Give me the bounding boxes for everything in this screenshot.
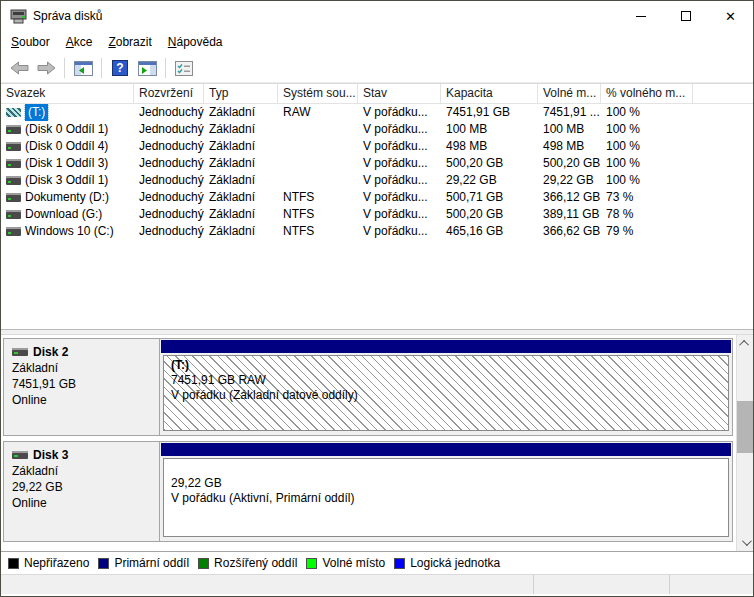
menu-soubor[interactable]: Soubor bbox=[3, 32, 58, 53]
legend-item-primarni-oddil: Primární oddíl bbox=[98, 556, 189, 570]
column-header-typ[interactable]: Typ bbox=[204, 84, 278, 103]
forward-arrow-icon bbox=[37, 61, 56, 75]
volume-label: Download (G:) bbox=[25, 206, 102, 223]
show-console-tree-button[interactable] bbox=[71, 56, 95, 80]
volume-icon bbox=[6, 142, 21, 151]
toolbar-separator bbox=[101, 58, 102, 78]
table-row-disk0-oddil4[interactable]: (Disk 0 Oddíl 4) Jednoduchý Základní V p… bbox=[1, 138, 753, 155]
table-row-volume-t[interactable]: (T:) Jednoduchý Základní RAW V pořádku..… bbox=[1, 104, 753, 121]
disk-size: 29,22 GB bbox=[12, 479, 151, 495]
disk-3-partition-area: 29,22 GB V pořádku (Aktivní, Primární od… bbox=[160, 442, 732, 541]
volume-icon bbox=[6, 108, 21, 117]
toolbar-separator bbox=[64, 58, 65, 78]
volume-icon bbox=[6, 176, 21, 185]
partition-disk3[interactable]: 29,22 GB V pořádku (Aktivní, Primární od… bbox=[163, 458, 729, 537]
forward-button[interactable] bbox=[34, 56, 58, 80]
maximize-button[interactable] bbox=[663, 1, 708, 31]
table-row-disk3-oddil1[interactable]: (Disk 3 Oddíl 1) Jednoduchý Základní V p… bbox=[1, 172, 753, 189]
disk-3-info-panel[interactable]: Disk 3 Základní 29,22 GB Online bbox=[4, 442, 160, 541]
disk-kind: Základní bbox=[12, 463, 151, 479]
legend-item-logicka-jednotka: Logická jednotka bbox=[394, 556, 500, 570]
disk-2-info-panel[interactable]: Disk 2 Základní 7451,91 GB Online bbox=[4, 339, 160, 435]
chevron-up-icon bbox=[739, 340, 749, 350]
volume-label: (Disk 0 Oddíl 1) bbox=[25, 121, 108, 138]
partition-legend: Nepřiřazeno Primární oddíl Rozšířený odd… bbox=[1, 551, 753, 574]
menu-napoveda[interactable]: Nápověda bbox=[160, 32, 231, 53]
legend-swatch-0 bbox=[8, 558, 19, 569]
disk-graphical-view: Disk 2 Základní 7451,91 GB Online (T:) 7… bbox=[1, 335, 753, 551]
menu-zobrazit[interactable]: Zobrazit bbox=[100, 32, 159, 53]
table-row-disk0-oddil1[interactable]: (Disk 0 Oddíl 1) Jednoduchý Základní V p… bbox=[1, 121, 753, 138]
partition-label: (T:) bbox=[171, 358, 728, 373]
close-button[interactable]: ✕ bbox=[708, 1, 753, 31]
back-button[interactable] bbox=[7, 56, 31, 80]
status-bar bbox=[1, 574, 753, 594]
column-header-system-souboru[interactable]: Systém sou... bbox=[278, 84, 358, 103]
volume-label: (Disk 1 Oddíl 3) bbox=[25, 155, 108, 172]
column-header-blank bbox=[693, 84, 753, 103]
volume-label: (Disk 3 Oddíl 1) bbox=[25, 172, 108, 189]
column-header-rozvrzeni[interactable]: Rozvržení bbox=[134, 84, 204, 103]
column-header-procento-volneho[interactable]: % volného m... bbox=[601, 84, 693, 103]
volume-label: Windows 10 (C:) bbox=[25, 223, 114, 240]
status-pane-main bbox=[1, 575, 534, 594]
table-row-disk1-oddil3[interactable]: (Disk 1 Oddíl 3) Jednoduchý Základní V p… bbox=[1, 155, 753, 172]
menu-bar: Soubor Akce Zobrazit Nápověda bbox=[1, 31, 753, 54]
disk-icon bbox=[12, 451, 28, 459]
volume-icon bbox=[6, 159, 21, 168]
disk-2-partition-area: (T:) 7451,91 GB RAW V pořádku (Základní … bbox=[160, 339, 732, 435]
volume-label: (Disk 0 Oddíl 4) bbox=[25, 138, 108, 155]
disk-3-row[interactable]: Disk 3 Základní 29,22 GB Online 29,22 GB… bbox=[3, 441, 733, 542]
legend-item-volne-misto: Volné místo bbox=[306, 556, 385, 570]
primary-partition-strip bbox=[161, 340, 731, 353]
menu-akce[interactable]: Akce bbox=[58, 32, 101, 53]
partition-t[interactable]: (T:) 7451,91 GB RAW V pořádku (Základní … bbox=[163, 355, 729, 431]
minimize-button[interactable] bbox=[618, 1, 663, 31]
volume-list-header: Svazek Rozvržení Typ Systém sou... Stav … bbox=[1, 84, 753, 104]
disk-name: Disk 3 bbox=[33, 447, 68, 463]
customize-view-icon bbox=[175, 61, 193, 76]
legend-swatch-1 bbox=[98, 558, 109, 569]
disk-status: Online bbox=[12, 495, 151, 511]
disk-2-row[interactable]: Disk 2 Základní 7451,91 GB Online (T:) 7… bbox=[3, 338, 733, 436]
table-row-dokumenty-d[interactable]: Dokumenty (D:) Jednoduchý Základní NTFS … bbox=[1, 189, 753, 206]
legend-swatch-4 bbox=[394, 558, 405, 569]
table-row-windows10-c[interactable]: Windows 10 (C:) Jednoduchý Základní NTFS… bbox=[1, 223, 753, 240]
partition-size: 29,22 GB bbox=[171, 476, 728, 491]
vertical-scrollbar[interactable] bbox=[736, 335, 753, 551]
title-bar: Správa disků ✕ bbox=[1, 1, 753, 31]
scroll-up-button[interactable] bbox=[737, 335, 753, 352]
toolbar: ? bbox=[1, 54, 753, 83]
disk-size: 7451,91 GB bbox=[12, 376, 151, 392]
disk-icon bbox=[12, 348, 28, 356]
volume-icon bbox=[6, 125, 21, 134]
legend-item-rozsireny-oddil: Rozšířený oddíl bbox=[198, 556, 297, 570]
help-button[interactable]: ? bbox=[108, 56, 132, 80]
close-icon: ✕ bbox=[725, 10, 736, 23]
column-header-stav[interactable]: Stav bbox=[358, 84, 441, 103]
legend-swatch-3 bbox=[306, 558, 317, 569]
customize-view-button[interactable] bbox=[172, 56, 196, 80]
svg-text:?: ? bbox=[116, 61, 123, 75]
console-tree-icon bbox=[74, 61, 93, 76]
scroll-down-button[interactable] bbox=[737, 534, 753, 551]
show-action-pane-button[interactable] bbox=[135, 56, 159, 80]
partition-status: V pořádku (Aktivní, Primární oddíl) bbox=[171, 491, 728, 506]
scrollbar-thumb[interactable] bbox=[737, 401, 753, 453]
disk-drive-icon bbox=[10, 9, 27, 24]
disk-status: Online bbox=[12, 392, 151, 408]
partition-status: V pořádku (Základní datové oddíly) bbox=[171, 388, 728, 403]
minimize-icon bbox=[636, 16, 646, 17]
status-pane-right bbox=[670, 575, 753, 594]
column-header-kapacita[interactable]: Kapacita bbox=[441, 84, 538, 103]
volume-icon bbox=[6, 227, 21, 236]
legend-item-neprirazeno: Nepřiřazeno bbox=[8, 556, 89, 570]
primary-partition-strip bbox=[161, 443, 731, 456]
volume-list: Svazek Rozvržení Typ Systém sou... Stav … bbox=[1, 83, 753, 329]
column-header-volne-misto[interactable]: Volné m... bbox=[538, 84, 601, 103]
table-row-download-g[interactable]: Download (G:) Jednoduchý Základní NTFS V… bbox=[1, 206, 753, 223]
partition-label bbox=[171, 461, 728, 476]
column-header-svazek[interactable]: Svazek bbox=[1, 84, 134, 103]
volume-label: Dokumenty (D:) bbox=[25, 189, 109, 206]
status-pane-middle bbox=[534, 575, 670, 594]
